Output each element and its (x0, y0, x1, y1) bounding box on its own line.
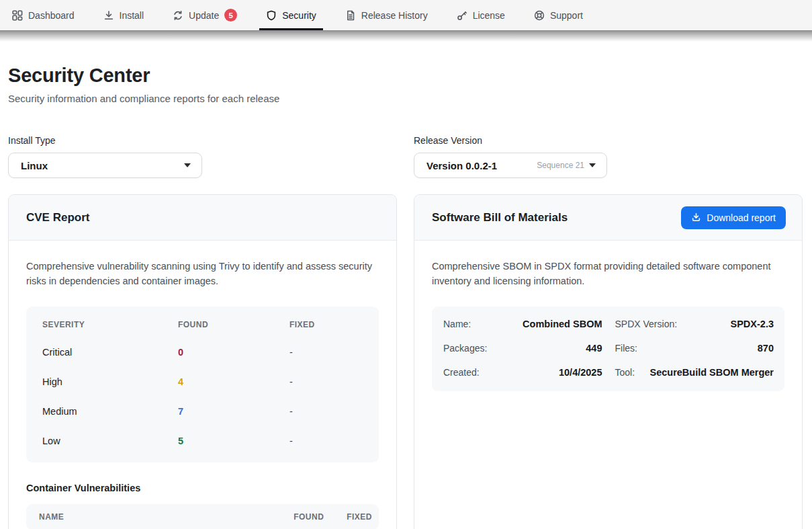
page-content: Security Center Security information and… (0, 65, 812, 529)
fixed-count: - (289, 347, 363, 358)
download-report-label: Download report (707, 212, 776, 223)
found-count: 0 (178, 347, 289, 358)
document-icon (345, 10, 356, 21)
sbom-detail-packages: Packages: 449 (443, 336, 602, 360)
detail-value: 870 (758, 343, 774, 354)
detail-label: Packages: (443, 343, 487, 354)
cve-card-header: CVE Report (9, 195, 396, 241)
sbom-card-body: Comprehensive SBOM in SPDX format provid… (414, 241, 802, 391)
install-type-label: Install Type (8, 135, 397, 146)
nav-item-security[interactable]: Security (266, 0, 316, 30)
sbom-detail-spdx-version: SPDX Version: SPDX-2.3 (615, 312, 774, 336)
found-column-header: FOUND (294, 512, 347, 522)
release-version-filter: Release Version Version 0.0.2-1 Sequence… (414, 135, 803, 178)
nav-shadow-divider (0, 30, 812, 42)
cve-card-body: Comprehensive vulnerability scanning usi… (9, 241, 396, 529)
nav-item-dashboard[interactable]: Dashboard (12, 0, 75, 30)
sbom-card-header: Software Bill of Materials Download repo… (414, 195, 802, 241)
severity-name: Medium (42, 406, 178, 417)
severity-table-header: SEVERITY FOUND FIXED (42, 312, 363, 337)
sbom-card: Software Bill of Materials Download repo… (414, 194, 803, 529)
detail-label: Name: (443, 319, 471, 329)
fixed-count: - (289, 436, 363, 446)
nav-label: Dashboard (28, 10, 75, 21)
install-type-select[interactable]: Linux (8, 153, 202, 178)
download-icon (691, 212, 701, 222)
nav-label: Update (189, 10, 219, 21)
severity-name: Low (42, 436, 178, 446)
nav-item-release-history[interactable]: Release History (345, 0, 428, 30)
sbom-description: Comprehensive SBOM in SPDX format provid… (432, 259, 784, 289)
severity-column-header: SEVERITY (42, 320, 178, 329)
page-title: Security Center (8, 65, 803, 87)
table-row: High 4 - (42, 367, 363, 397)
fixed-column-header: FIXED (347, 512, 372, 522)
filters-row: Install Type Linux Release Version Versi… (8, 135, 803, 178)
severity-name: High (42, 376, 178, 387)
chevron-down-icon (184, 163, 191, 167)
update-count-badge: 5 (224, 9, 237, 22)
container-vulnerabilities-header: NAME FOUND FIXED (26, 504, 379, 529)
detail-value: 449 (586, 343, 602, 354)
sbom-card-title: Software Bill of Materials (432, 211, 568, 225)
install-type-value: Linux (21, 160, 184, 171)
sbom-details-panel: Name: Combined SBOM SPDX Version: SPDX-2… (432, 307, 784, 391)
cve-description: Comprehensive vulnerability scanning usi… (26, 259, 379, 289)
nav-item-support[interactable]: Support (534, 0, 583, 30)
nav-item-install[interactable]: Install (103, 0, 144, 30)
table-row: Medium 7 - (42, 397, 363, 426)
fixed-count: - (289, 406, 363, 417)
sbom-detail-tool: Tool: SecureBuild SBOM Merger (615, 360, 774, 384)
sbom-detail-created: Created: 10/4/2025 (443, 360, 602, 384)
lifebuoy-icon (534, 10, 545, 21)
fixed-count: - (289, 376, 363, 387)
fixed-column-header: FIXED (289, 320, 363, 329)
release-version-select[interactable]: Version 0.0.2-1 Sequence 21 (414, 153, 607, 178)
detail-value: Combined SBOM (523, 319, 602, 329)
key-icon (457, 10, 467, 21)
detail-label: Tool: (615, 367, 635, 378)
table-row: Low 5 - (42, 426, 363, 456)
nav-label: Security (282, 10, 316, 21)
sbom-detail-name: Name: Combined SBOM (443, 312, 602, 336)
page-subtitle: Security information and compliance repo… (8, 93, 803, 104)
found-column-header: FOUND (178, 320, 289, 329)
nav-label: Release History (361, 10, 428, 21)
top-nav: Dashboard Install Update 5 Security (0, 0, 812, 30)
detail-label: SPDX Version: (615, 319, 678, 329)
release-sequence-label: Sequence 21 (537, 161, 584, 170)
container-vulnerabilities-title: Container Vulnerabilities (26, 483, 379, 493)
detail-value: 10/4/2025 (559, 367, 602, 378)
found-count: 5 (178, 436, 289, 446)
nav-item-license[interactable]: License (457, 0, 505, 30)
sbom-detail-files: Files: 870 (615, 336, 774, 360)
cve-report-card: CVE Report Comprehensive vulnerability s… (8, 194, 397, 529)
download-report-button[interactable]: Download report (681, 206, 786, 229)
nav-label: Support (550, 10, 583, 21)
table-row: Critical 0 - (42, 337, 363, 367)
cve-card-title: CVE Report (26, 211, 89, 225)
cards-row: CVE Report Comprehensive vulnerability s… (8, 194, 803, 529)
detail-value: SPDX-2.3 (731, 319, 774, 329)
shield-icon (266, 10, 277, 21)
nav-label: License (473, 10, 505, 21)
found-count: 7 (178, 406, 289, 417)
release-version-label: Release Version (414, 135, 803, 146)
found-count: 4 (178, 376, 289, 387)
name-column-header: NAME (39, 512, 294, 522)
nav-label: Install (120, 10, 144, 21)
install-type-filter: Install Type Linux (8, 135, 397, 178)
detail-label: Created: (443, 367, 480, 378)
nav-item-update[interactable]: Update 5 (173, 0, 237, 30)
detail-label: Files: (615, 343, 637, 354)
refresh-icon (173, 10, 183, 21)
download-icon (103, 10, 114, 21)
dashboard-icon (12, 10, 23, 21)
detail-value: SecureBuild SBOM Merger (649, 367, 774, 378)
severity-table: SEVERITY FOUND FIXED Critical 0 - High 4… (26, 307, 379, 462)
release-version-value: Version 0.0.2-1 (426, 160, 537, 171)
severity-name: Critical (42, 347, 178, 358)
chevron-down-icon (589, 163, 596, 167)
